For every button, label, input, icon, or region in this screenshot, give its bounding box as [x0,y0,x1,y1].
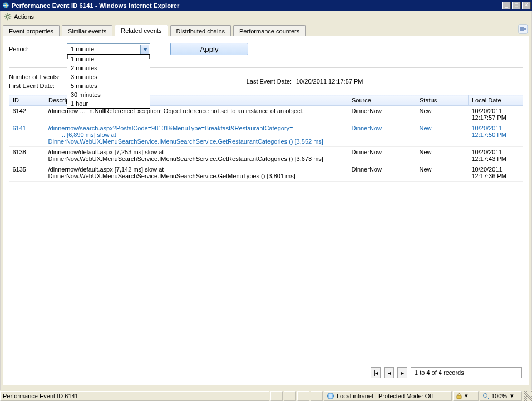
tabstrip: Event properties Similar events Related … [1,23,531,36]
chevron-down-icon [140,45,149,55]
col-source[interactable]: Source [348,95,416,106]
tab-distributed-chains[interactable]: Distributed chains [170,25,231,36]
tab-similar-events[interactable]: Similar events [62,25,112,36]
svg-point-1 [6,15,9,18]
status-security-cell[interactable]: ▾ [453,391,479,401]
svg-rect-5 [457,395,461,399]
period-combo-value: 1 minute [71,46,94,52]
cell-desc: /dinnernow/search.aspx?PostalCode=98101&… [45,123,348,147]
period-option[interactable]: 1 minute [67,55,150,63]
pager: |◂ ◂ ▸ 1 to 4 of 4 records [371,367,522,378]
period-combo[interactable]: 1 minute [67,43,150,55]
close-button[interactable]: ✕ [522,2,531,9]
resize-grip[interactable] [524,391,532,401]
lock-icon [456,393,462,399]
cell-desc: /dinnernow/default.aspx [7,142 ms] slow … [45,164,348,182]
period-option[interactable]: 2 minutes [67,63,150,72]
help-icon[interactable] [518,24,528,34]
cell-source: DinnerNow [348,164,416,182]
window-titlebar: Performance Event ID 6141 - Windows Inte… [0,0,532,11]
period-option[interactable]: 1 hour [67,99,150,108]
zone-text: Local intranet | Protected Mode: Off [337,393,433,399]
status-bar: Performance Event ID 6141 Local intranet… [0,390,532,401]
period-option[interactable]: 30 minutes [67,90,150,99]
window-title: Performance Event ID 6141 - Windows Inte… [12,2,179,9]
num-events-label: Number of Events: [9,74,60,80]
tab-performance-counters[interactable]: Performance counters [233,25,306,36]
cell-date: 10/20/201112:17:57 PM [469,106,523,123]
table-row[interactable]: 6135/dinnernow/default.aspx [7,142 ms] s… [9,164,523,182]
gear-icon [4,13,12,21]
zone-icon [327,392,334,400]
maximize-button[interactable]: □ [512,2,521,9]
period-option[interactable]: 3 minutes [67,72,150,81]
pager-first[interactable]: |◂ [371,367,381,378]
cell-date: 10/20/201112:17:36 PM [469,164,523,182]
period-option[interactable]: 5 minutes [67,81,150,90]
cell-desc: /dinnernow/default.aspx [7,253 ms] slow … [45,147,348,164]
col-status[interactable]: Status [416,95,469,106]
apply-button[interactable]: Apply [170,43,248,55]
cell-source: DinnerNow [348,123,416,147]
first-event-label: First Event Date: [9,82,55,89]
period-label: Period: [9,46,60,52]
period-dropdown[interactable]: 1 minute 2 minutes 3 minutes 5 minutes 3… [67,54,150,109]
ie-icon [2,2,9,9]
zoom-value: 100% [491,393,507,399]
main-area: Actions Event properties Similar events … [0,11,532,390]
tab-related-events[interactable]: Related events [115,25,168,36]
table-row[interactable]: 6141/dinnernow/search.aspx?PostalCode=98… [9,123,523,147]
svg-rect-4 [329,394,332,398]
cell-source: DinnerNow [348,147,416,164]
zoom-icon [482,393,489,399]
pager-prev[interactable]: ◂ [384,367,394,378]
cell-status: New [416,164,469,182]
actions-toolbar: Actions [1,11,531,23]
pager-status: 1 to 4 of 4 records [411,367,522,378]
status-page-name: Performance Event ID 6141 [3,393,78,399]
cell-id: 6142 [9,106,45,123]
actions-link[interactable]: Actions [14,13,34,20]
last-event-value: 10/20/2011 12:17:57 PM [296,78,363,85]
col-id[interactable]: ID [9,95,45,106]
col-local-date[interactable]: Local Date [469,95,523,106]
tab-event-properties[interactable]: Event properties [3,25,60,36]
cell-status: New [416,123,469,147]
content-pane: Period: 1 minute 1 minute 2 minutes 3 mi… [3,36,529,385]
cell-id: 6135 [9,164,45,182]
table-row[interactable]: 6138/dinnernow/default.aspx [7,253 ms] s… [9,147,523,164]
cell-date: 10/20/201112:17:43 PM [469,147,523,164]
cell-status: New [416,147,469,164]
last-event-label: Last Event Date: [247,78,292,85]
cell-id: 6138 [9,147,45,164]
cell-status: New [416,106,469,123]
cell-date: 10/20/201112:17:50 PM [469,123,523,147]
svg-point-6 [484,393,487,397]
pager-next[interactable]: ▸ [397,367,407,378]
cell-id: 6141 [9,123,45,147]
minimize-button[interactable]: _ [502,2,511,9]
zoom-cell[interactable]: 100% ▾ [480,391,522,401]
cell-source: DinnerNow [348,106,416,123]
